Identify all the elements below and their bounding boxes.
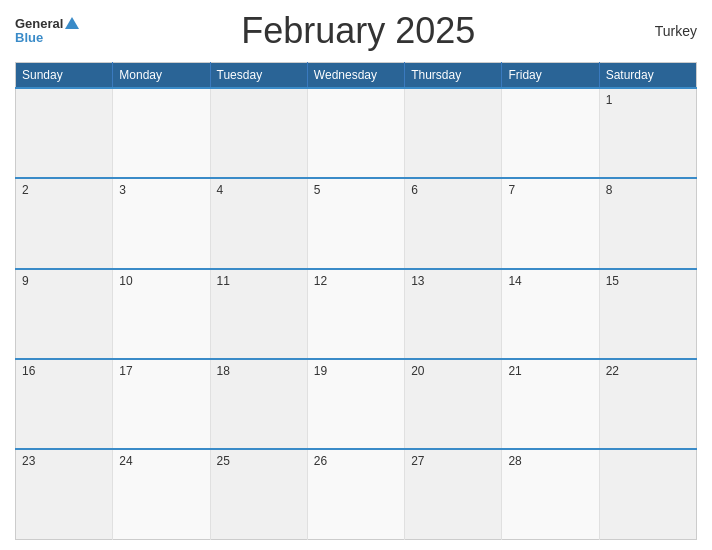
day-number: 9	[22, 274, 29, 288]
logo: General Blue	[15, 17, 79, 46]
calendar-cell: 1	[599, 88, 696, 178]
day-number: 2	[22, 183, 29, 197]
logo-general-text: General	[15, 17, 63, 31]
calendar-cell: 14	[502, 269, 599, 359]
day-number: 5	[314, 183, 321, 197]
day-number: 18	[217, 364, 230, 378]
calendar-cell: 13	[405, 269, 502, 359]
day-number: 28	[508, 454, 521, 468]
calendar-cell: 7	[502, 178, 599, 268]
calendar-cell: 26	[307, 449, 404, 539]
weekday-header-row: Sunday Monday Tuesday Wednesday Thursday…	[16, 63, 697, 89]
calendar-cell: 3	[113, 178, 210, 268]
calendar-cell: 20	[405, 359, 502, 449]
day-number: 11	[217, 274, 230, 288]
day-number: 8	[606, 183, 613, 197]
header-monday: Monday	[113, 63, 210, 89]
header-sunday: Sunday	[16, 63, 113, 89]
calendar-cell: 5	[307, 178, 404, 268]
calendar-cell: 17	[113, 359, 210, 449]
calendar-cell: 28	[502, 449, 599, 539]
calendar-cell: 2	[16, 178, 113, 268]
calendar-row-2: 9101112131415	[16, 269, 697, 359]
calendar-cell: 11	[210, 269, 307, 359]
calendar-cell: 4	[210, 178, 307, 268]
day-number: 10	[119, 274, 132, 288]
day-number: 14	[508, 274, 521, 288]
header: General Blue February 2025 Turkey	[15, 10, 697, 56]
calendar-cell: 25	[210, 449, 307, 539]
calendar-row-4: 232425262728	[16, 449, 697, 539]
day-number: 22	[606, 364, 619, 378]
calendar-cell: 10	[113, 269, 210, 359]
country-label: Turkey	[637, 23, 697, 39]
day-number: 21	[508, 364, 521, 378]
calendar-cell: 16	[16, 359, 113, 449]
calendar-row-3: 16171819202122	[16, 359, 697, 449]
day-number: 13	[411, 274, 424, 288]
calendar-cell	[113, 88, 210, 178]
day-number: 27	[411, 454, 424, 468]
logo-blue-text: Blue	[15, 31, 43, 45]
calendar-cell	[210, 88, 307, 178]
day-number: 17	[119, 364, 132, 378]
calendar-row-1: 2345678	[16, 178, 697, 268]
day-number: 25	[217, 454, 230, 468]
calendar-cell: 18	[210, 359, 307, 449]
calendar-page: General Blue February 2025 Turkey Sunday…	[0, 0, 712, 550]
calendar-cell: 12	[307, 269, 404, 359]
day-number: 12	[314, 274, 327, 288]
day-number: 6	[411, 183, 418, 197]
calendar-cell: 9	[16, 269, 113, 359]
day-number: 20	[411, 364, 424, 378]
calendar-cell	[599, 449, 696, 539]
calendar-cell: 19	[307, 359, 404, 449]
month-title: February 2025	[79, 10, 637, 52]
header-wednesday: Wednesday	[307, 63, 404, 89]
header-tuesday: Tuesday	[210, 63, 307, 89]
calendar-cell: 27	[405, 449, 502, 539]
calendar-cell: 22	[599, 359, 696, 449]
day-number: 7	[508, 183, 515, 197]
calendar-table: Sunday Monday Tuesday Wednesday Thursday…	[15, 62, 697, 540]
calendar-cell	[307, 88, 404, 178]
day-number: 24	[119, 454, 132, 468]
calendar-cell	[16, 88, 113, 178]
day-number: 4	[217, 183, 224, 197]
day-number: 23	[22, 454, 35, 468]
header-thursday: Thursday	[405, 63, 502, 89]
calendar-cell	[502, 88, 599, 178]
day-number: 26	[314, 454, 327, 468]
day-number: 16	[22, 364, 35, 378]
calendar-cell: 24	[113, 449, 210, 539]
calendar-cell: 8	[599, 178, 696, 268]
calendar-cell: 15	[599, 269, 696, 359]
header-friday: Friday	[502, 63, 599, 89]
calendar-row-0: 1	[16, 88, 697, 178]
calendar-cell: 23	[16, 449, 113, 539]
logo-triangle-icon	[65, 17, 79, 29]
day-number: 3	[119, 183, 126, 197]
day-number: 1	[606, 93, 613, 107]
day-number: 19	[314, 364, 327, 378]
calendar-cell	[405, 88, 502, 178]
calendar-cell: 6	[405, 178, 502, 268]
calendar-cell: 21	[502, 359, 599, 449]
header-saturday: Saturday	[599, 63, 696, 89]
day-number: 15	[606, 274, 619, 288]
